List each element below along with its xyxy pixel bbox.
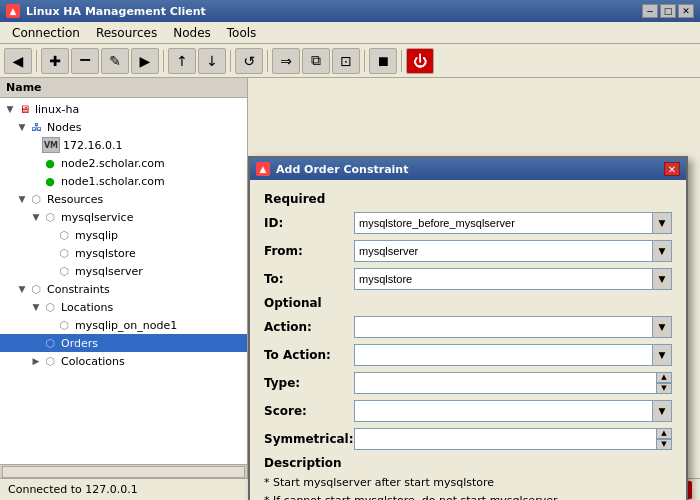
type-spin-down[interactable]: ▼: [656, 383, 672, 394]
tree-item-mysqlip[interactable]: ⬡ mysqlip: [0, 226, 247, 244]
score-input[interactable]: [354, 400, 652, 422]
tree-item-colocations[interactable]: ▶ ⬡ Colocations: [0, 352, 247, 370]
toggle-colocations[interactable]: ▶: [30, 355, 42, 367]
toggle-linux-ha[interactable]: ▼: [4, 103, 16, 115]
score-dropdown-btn[interactable]: ▼: [652, 400, 672, 422]
mysqlip-icon: ⬡: [56, 227, 72, 243]
form-row-id: ID: ▼: [264, 212, 672, 234]
menu-resources[interactable]: Resources: [88, 24, 165, 42]
tree-item-node2[interactable]: ● node2.scholar.com: [0, 154, 247, 172]
id-input[interactable]: [354, 212, 652, 234]
toggle-nodes[interactable]: ▼: [16, 121, 28, 133]
tree-item-locations[interactable]: ▼ ⬡ Locations: [0, 298, 247, 316]
tree-item-constraints[interactable]: ▼ ⬡ Constraints: [0, 280, 247, 298]
toolbar-add[interactable]: ✚: [41, 48, 69, 74]
linux-ha-label: linux-ha: [35, 103, 79, 116]
toolbar-down[interactable]: ↓: [198, 48, 226, 74]
to-action-input[interactable]: [354, 344, 652, 366]
action-control: ▼: [354, 316, 672, 338]
toolbar-stop[interactable]: ⏹: [369, 48, 397, 74]
action-input[interactable]: [354, 316, 652, 338]
toggle-constraints[interactable]: ▼: [16, 283, 28, 295]
description-text: * Start mysqlserver after start mysqlsto…: [264, 474, 672, 500]
toolbar-copy[interactable]: ⧉: [302, 48, 330, 74]
linux-ha-icon: 🖥: [16, 101, 32, 117]
locations-label: Locations: [61, 301, 113, 314]
to-action-dropdown: ▼: [354, 344, 672, 366]
type-spinner: ▲ ▼: [656, 372, 672, 394]
type-spin-up[interactable]: ▲: [656, 372, 672, 383]
menu-bar: Connection Resources Nodes Tools: [0, 22, 700, 44]
main-content: Name ▼ 🖥 linux-ha ▼ 🖧 Nodes VM 172: [0, 78, 700, 478]
symmetrical-input[interactable]: [354, 428, 656, 450]
action-dropdown-btn[interactable]: ▼: [652, 316, 672, 338]
mysqlstore-label: mysqlstore: [75, 247, 136, 260]
dialog-body: Required ID: ▼ From: ▼: [250, 180, 686, 500]
toolbar-back[interactable]: ◀: [4, 48, 32, 74]
toolbar-paste[interactable]: ⊡: [332, 48, 360, 74]
symmetrical-spin-up[interactable]: ▲: [656, 428, 672, 439]
maximize-button[interactable]: □: [660, 4, 676, 18]
tree-item-mysqlip-on-node1[interactable]: ⬡ mysqlip_on_node1: [0, 316, 247, 334]
tree-item-mysqlservice[interactable]: ▼ ⬡ mysqlservice: [0, 208, 247, 226]
id-dropdown: ▼: [354, 212, 672, 234]
toolbar-power[interactable]: ⏻: [406, 48, 434, 74]
symmetrical-spinner: ▲ ▼: [656, 428, 672, 450]
from-dropdown-btn[interactable]: ▼: [652, 240, 672, 262]
action-label: Action:: [264, 320, 354, 334]
mysqlstore-icon: ⬡: [56, 245, 72, 261]
node1-label: node1.scholar.com: [61, 175, 165, 188]
status-text: Connected to 127.0.0.1: [8, 483, 138, 496]
mysqlservice-icon: ⬡: [42, 209, 58, 225]
toggle-mysqlservice[interactable]: ▼: [30, 211, 42, 223]
id-dropdown-btn[interactable]: ▼: [652, 212, 672, 234]
form-row-symmetrical: Symmetrical: ▲ ▼: [264, 428, 672, 450]
dialog-close-button[interactable]: ✕: [664, 162, 680, 176]
tree-item-172-16-0-1[interactable]: VM 172.16.0.1: [0, 136, 247, 154]
menu-nodes[interactable]: Nodes: [165, 24, 219, 42]
left-scrollbar[interactable]: [2, 466, 245, 478]
tree-item-mysqlserver[interactable]: ⬡ mysqlserver: [0, 262, 247, 280]
tree-item-resources[interactable]: ▼ ⬡ Resources: [0, 190, 247, 208]
toolbar-refresh[interactable]: ↺: [235, 48, 263, 74]
desc-line-0: * Start mysqlserver after start mysqlsto…: [264, 474, 672, 492]
menu-connection[interactable]: Connection: [4, 24, 88, 42]
tree-header: Name: [0, 78, 247, 98]
from-input[interactable]: [354, 240, 652, 262]
from-label: From:: [264, 244, 354, 258]
nodes-label: Nodes: [47, 121, 81, 134]
toolbar-edit[interactable]: ✎: [101, 48, 129, 74]
tree-item-mysqlstore[interactable]: ⬡ mysqlstore: [0, 244, 247, 262]
symmetrical-spin-down[interactable]: ▼: [656, 439, 672, 450]
toggle-locations[interactable]: ▼: [30, 301, 42, 313]
to-action-dropdown-btn[interactable]: ▼: [652, 344, 672, 366]
toolbar-up[interactable]: ↑: [168, 48, 196, 74]
close-button[interactable]: ✕: [678, 4, 694, 18]
mysqlip-label: mysqlip: [75, 229, 118, 242]
title-bar: ▲ Linux HA Management Client − □ ✕: [0, 0, 700, 22]
to-dropdown: ▼: [354, 268, 672, 290]
toolbar-sep2: [163, 50, 164, 72]
tree-item-nodes[interactable]: ▼ 🖧 Nodes: [0, 118, 247, 136]
app-icon: ▲: [6, 4, 20, 18]
menu-tools[interactable]: Tools: [219, 24, 265, 42]
node-vm-label: 172.16.0.1: [63, 139, 122, 152]
to-dropdown-btn[interactable]: ▼: [652, 268, 672, 290]
resources-label: Resources: [47, 193, 103, 206]
window-controls[interactable]: − □ ✕: [642, 4, 694, 18]
toolbar-migrate[interactable]: ⇒: [272, 48, 300, 74]
tree-item-linux-ha[interactable]: ▼ 🖥 linux-ha: [0, 100, 247, 118]
action-dropdown: ▼: [354, 316, 672, 338]
to-input[interactable]: [354, 268, 652, 290]
form-row-type: Type: ▲ ▼: [264, 372, 672, 394]
orders-label: Orders: [61, 337, 98, 350]
minimize-button[interactable]: −: [642, 4, 658, 18]
toggle-empty8: [30, 337, 42, 349]
node2-label: node2.scholar.com: [61, 157, 165, 170]
tree-item-orders[interactable]: ⬡ Orders: [0, 334, 247, 352]
tree-item-node1[interactable]: ● node1.scholar.com: [0, 172, 247, 190]
type-input[interactable]: [354, 372, 656, 394]
toolbar-remove[interactable]: −: [71, 48, 99, 74]
toggle-resources[interactable]: ▼: [16, 193, 28, 205]
toolbar-start[interactable]: ▶: [131, 48, 159, 74]
